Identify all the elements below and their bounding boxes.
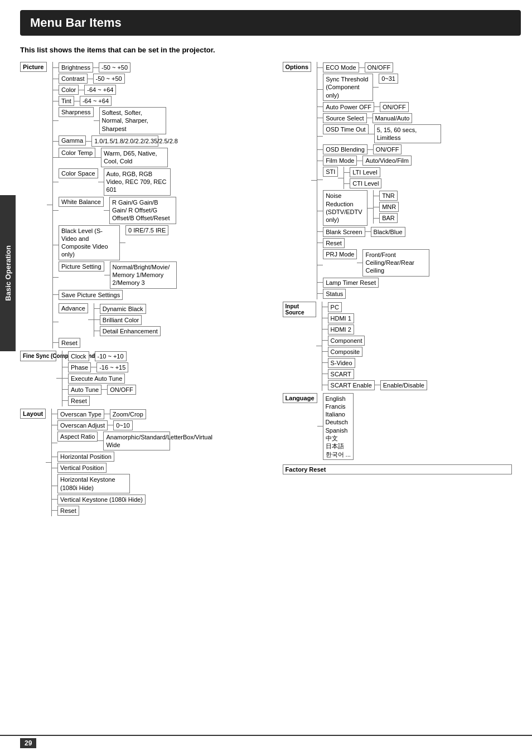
noise-branch: TNR MNR BAR [373, 190, 399, 224]
phase-label: Phase [68, 362, 91, 372]
input-component: Component [328, 336, 365, 346]
black-level-value: 0 IRE/7.5 IRE [125, 225, 168, 235]
bar: BAR [379, 213, 398, 223]
eco-mode-label: ECO Mode [323, 62, 359, 72]
contrast-value: -50 ~ +50 [93, 74, 125, 84]
noise-reduction-label: Noise Reduction (SDTV/EDTV only) [323, 190, 367, 225]
execute-auto-tune: Execute Auto Tune [68, 374, 125, 384]
input-scart-enable-label: SCART Enable [328, 380, 375, 390]
page-footer: 29 [0, 735, 532, 750]
picture-setting-label: Picture Setting [59, 261, 104, 272]
source-select-label: Source Select [323, 113, 366, 123]
sti-branch: LTI Level CTI Level [344, 167, 381, 189]
horiz-pos-label: Horizontal Position [57, 452, 114, 462]
mnr: MNR [379, 202, 399, 212]
side-tab: Basic Operation [0, 195, 16, 351]
brightness-label: Brightness [59, 62, 93, 72]
clock-label: Clock [68, 351, 89, 361]
language-value: English Francis Italiano Deutsch Spanish… [323, 393, 354, 460]
color-space-label: Color Space [59, 168, 98, 178]
osd-blending-value: ON/OFF [373, 144, 402, 154]
options-branch: ECO ModeON/OFF Sync Threshold (Component… [317, 62, 441, 299]
save-picture-label: Save Picture Settings [59, 290, 123, 300]
tint-label: Tint [59, 96, 74, 106]
source-select-value: Manual/Auto [373, 113, 413, 123]
color-label: Color [59, 85, 79, 95]
black-level-label: Black Level (S-Video and Composite Video… [59, 225, 120, 260]
overscan-type-value: Zoom/Crop [110, 409, 146, 419]
fine-sync-label: Fine Sync (Component and VGA only) [20, 351, 56, 361]
auto-tune-value: ON/OFF [107, 385, 136, 395]
main-content: Picture Brightness-50 ~ +50 Contrast-50 … [20, 62, 512, 516]
sharpness-value: Softest, Softer, Normal, Sharper, Sharpe… [99, 107, 166, 134]
input-source-label: Input Source [283, 302, 316, 317]
picture-branch: Brightness-50 ~ +50 Contrast-50 ~ +50 Co… [52, 62, 177, 348]
color-temp-value: Warm, D65, Native, Cool, Cold [101, 148, 168, 167]
connector [47, 205, 52, 205]
input-pc: PC [328, 302, 342, 312]
osd-timeout-value: 5, 15, 60 secs, Limitless [374, 124, 441, 144]
film-mode-label: Film Mode [323, 156, 357, 166]
blank-screen-label: Blank Screen [323, 227, 365, 237]
options-label: Options [283, 62, 312, 72]
fine-sync-branch: Clock-10 ~ +10 Phase-16 ~ +15 Execute Au… [62, 351, 136, 406]
factory-reset-label: Factory Reset [283, 464, 512, 474]
osd-blending-label: OSD Blending [323, 144, 367, 154]
osd-timeout-label: OSD Time Out [323, 124, 369, 134]
side-tab-label: Basic Operation [4, 245, 12, 301]
picture-setting-value: Normal/Bright/Movie/ Memory 1/Memory 2/M… [110, 261, 177, 289]
subtitle: This list shows the items that can be se… [20, 46, 512, 54]
picture-reset: Reset [59, 338, 80, 348]
lti-level: LTI Level [350, 167, 380, 177]
eco-mode-value: ON/OFF [365, 62, 394, 72]
film-mode-value: Auto/Video/Film [362, 156, 411, 166]
cti-level: CTI Level [350, 178, 381, 188]
input-scart-enable-value: Enable/Disable [380, 380, 427, 390]
clock-value: -10 ~ +10 [95, 351, 127, 361]
auto-tune-label: Auto Tune [68, 385, 101, 395]
advance-label: Advance [59, 303, 88, 313]
left-column: Picture Brightness-50 ~ +50 Contrast-50 … [20, 62, 260, 516]
tnr: TNR [379, 191, 398, 201]
detail-enhancement: Detail Enhancement [100, 326, 161, 336]
sync-threshold-label: Sync Threshold (Component only) [323, 74, 373, 101]
input-branch: PC HDMI 1 HDMI 2 Component Composite S-V… [322, 302, 427, 391]
brilliant-color: Brilliant Color [100, 315, 142, 325]
phase-value: -16 ~ +15 [96, 362, 128, 372]
color-space-value: Auto, RGB, RGB Video, REC 709, REC 601 [104, 168, 171, 196]
dynamic-black: Dynamic Black [100, 304, 146, 314]
gamma-label: Gamma [59, 135, 86, 146]
brightness-value: -50 ~ +50 [99, 62, 130, 72]
input-hdmi2: HDMI 2 [328, 324, 354, 335]
layout-label: Layout [20, 409, 46, 419]
layout-reset: Reset [57, 506, 79, 516]
input-hdmi1: HDMI 1 [328, 313, 354, 323]
blank-screen-value: Black/Blue [371, 227, 405, 237]
input-scart: SCART [328, 369, 354, 379]
right-column: Options ECO ModeON/OFF Sync Threshold (C… [283, 62, 512, 516]
advance-branch: Dynamic Black Brilliant Color Detail Enh… [94, 303, 161, 337]
page-number: 29 [20, 738, 36, 748]
status-label: Status [323, 289, 346, 299]
horiz-keystone-label: Horizontal Keystone (1080i Hide) [57, 474, 130, 493]
language-label: Language [283, 393, 317, 403]
picture-label: Picture [20, 62, 47, 72]
white-balance-value: R Gain/G Gain/B Gain/ R Offset/G Offset/… [109, 197, 176, 224]
sync-threshold-value: 0~31 [379, 74, 398, 84]
vert-keystone-label: Vertical Keystone (1080i Hide) [57, 495, 146, 505]
input-svideo: S-Video [328, 358, 355, 368]
overscan-type-label: Overscan Type [57, 409, 104, 419]
prj-mode-value: Front/Front Ceiling/Rear/Rear Ceiling [362, 249, 429, 277]
lamp-timer-reset: Lamp Timer Reset [323, 278, 379, 288]
contrast-label: Contrast [59, 74, 88, 84]
page-header: Menu Bar Items [20, 10, 521, 36]
tint-value: -64 ~ +64 [80, 96, 112, 106]
prj-mode-label: PRJ Mode [323, 249, 357, 259]
color-temp-label: Color Temp [59, 148, 95, 158]
sti-label: STI [323, 167, 338, 177]
page-title: Menu Bar Items [30, 16, 122, 30]
vert-pos-label: Vertical Position [57, 463, 107, 473]
options-reset: Reset [323, 238, 345, 248]
fine-sync-reset: Reset [68, 396, 90, 406]
auto-power-off-label: Auto Power OFF [323, 102, 374, 112]
